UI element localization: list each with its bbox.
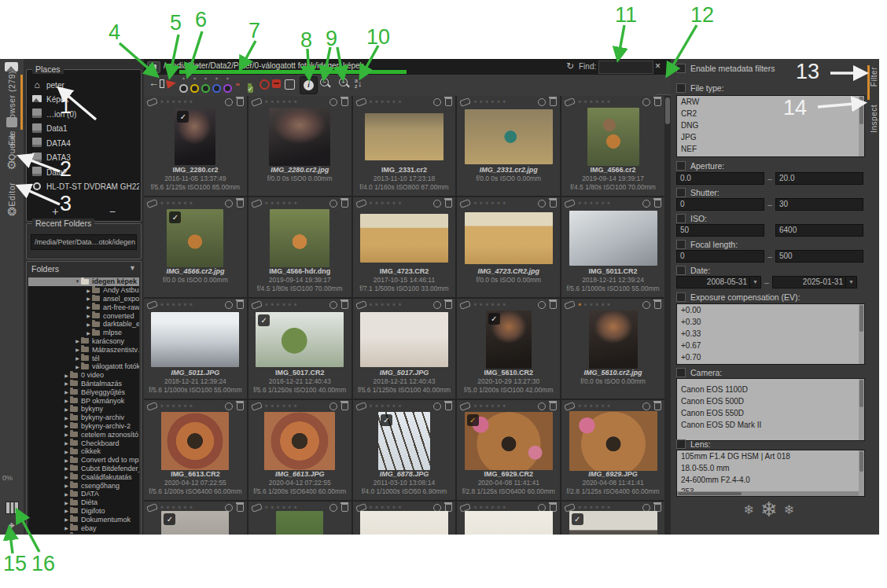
folder-tree-item[interactable]: ▶ ebay <box>28 524 139 532</box>
trash-icon[interactable] <box>654 200 661 208</box>
thumbnail-image[interactable] <box>365 113 444 160</box>
trash-icon[interactable] <box>341 301 348 309</box>
tree-expander-icon[interactable]: ▶ <box>63 458 70 463</box>
selected-check-icon[interactable]: ✓ <box>381 414 392 426</box>
label-purple-icon[interactable]: ✶ <box>223 76 233 96</box>
thumbnail-image[interactable]: ✓ <box>465 412 553 470</box>
thumbnail-image[interactable]: ✓ <box>256 312 344 367</box>
folder-tree-item[interactable]: ▶ Mátraszentistv… <box>28 345 139 354</box>
folder-tree-item[interactable]: ▶ bykyny-archiv-2 <box>28 422 139 431</box>
folder-tree-item[interactable]: ▶ Cubot Bitdefender_ <box>28 465 139 473</box>
thumbnail-cell[interactable]: ✶✶✶✶✶✶ ✓ <box>144 502 247 535</box>
link-icon[interactable] <box>459 199 471 208</box>
thumbnail-cell[interactable]: ✶✶✶✶✶✶ ✓ IMG_6929.CR22020-04-08 11:41:41… <box>457 400 560 500</box>
tree-expander-icon[interactable]: ▼ <box>74 279 81 284</box>
link-icon[interactable] <box>564 300 576 310</box>
thumbnail-image[interactable] <box>465 511 553 535</box>
rating-stars[interactable]: ✶✶✶✶✶✶ <box>577 200 612 208</box>
folder-tree-item[interactable]: ▶ Checkboard <box>28 439 139 447</box>
tree-expander-icon[interactable]: ▶ <box>63 415 70 421</box>
place-item[interactable]: Data1 <box>28 122 139 137</box>
tree-expander-icon[interactable]: ▶ <box>63 525 70 531</box>
rating-stars[interactable]: ✶✶✶✶✶✶ <box>264 301 299 309</box>
folder-tree-item[interactable]: ▼ idegen képek <box>28 277 139 286</box>
trash-icon[interactable] <box>237 402 244 410</box>
tree-expander-icon[interactable]: ▶ <box>63 432 70 437</box>
link-icon[interactable] <box>251 199 263 208</box>
lens-checkbox[interactable] <box>676 439 686 449</box>
thumbnail-image[interactable] <box>360 312 448 367</box>
rating-stars[interactable]: ✶✶✶✶✶✶ <box>473 402 507 410</box>
folder-tree-item[interactable]: ▶ bykyny <box>28 405 139 413</box>
mark-circle-icon[interactable] <box>225 98 233 106</box>
trash-icon[interactable] <box>550 402 557 410</box>
tree-expander-icon[interactable]: ▶ <box>63 440 70 446</box>
folder-tree-item[interactable]: ▶ Convert dvd to mp4 <box>28 456 139 465</box>
trash-icon[interactable] <box>341 98 348 106</box>
tree-expander-icon[interactable]: ▶ <box>63 474 70 480</box>
list-option[interactable]: Canon EOS 550D <box>677 407 864 419</box>
aperture-checkbox[interactable] <box>676 161 686 171</box>
link-icon[interactable] <box>564 97 576 107</box>
mark-circle-icon[interactable] <box>329 301 337 309</box>
thumbnail-cell[interactable]: ✶✶✶✶✶✶ IMG_5011.CR22018-12-21 12:39:24f/… <box>561 197 664 297</box>
folder-tree-item[interactable]: ▶ cetelem azonosító <box>28 430 139 439</box>
trash-icon[interactable] <box>550 200 557 208</box>
tree-expander-icon[interactable]: ▶ <box>63 380 70 386</box>
folder-tree-item[interactable]: ▶ L… <box>28 532 139 534</box>
list-option[interactable]: DNG <box>677 119 864 131</box>
thumbnail-image[interactable] <box>161 412 229 470</box>
recent-folders-combo[interactable]: /media/Peter/Data…otok/idegen képek ▼ <box>31 234 137 250</box>
link-icon[interactable] <box>459 300 471 310</box>
link-icon[interactable] <box>251 300 263 310</box>
rating-stars[interactable]: ✶✶✶✶✶✶ <box>369 98 403 106</box>
rating-stars[interactable]: ✶✶✶✶✶✶ <box>160 402 194 410</box>
thumbnail-image[interactable] <box>269 108 330 166</box>
thumbnail-image[interactable] <box>587 108 639 166</box>
flag-icon[interactable] <box>166 80 176 89</box>
mark-circle-icon[interactable] <box>538 200 546 208</box>
delete-icon[interactable] <box>272 79 281 88</box>
preview-icon[interactable] <box>285 79 295 90</box>
thumbnail-image[interactable]: ✓ <box>569 511 657 535</box>
selected-check-icon[interactable]: ✓ <box>488 313 500 325</box>
link-icon[interactable] <box>146 199 158 208</box>
link-icon[interactable] <box>251 503 263 513</box>
rating-stars[interactable]: ✶✶✶✶✶✶ <box>577 301 612 309</box>
folder-tree-item[interactable]: ▶ BP okmányok <box>28 396 139 405</box>
zoom-in-icon[interactable]: + <box>339 78 351 90</box>
tree-expander-icon[interactable]: ▶ <box>63 508 70 513</box>
place-item[interactable]: DATA3 <box>28 151 139 166</box>
link-icon[interactable] <box>355 300 367 310</box>
thumbnail-image[interactable]: ✓ <box>175 108 215 165</box>
grid-scrollbar[interactable] <box>664 96 671 535</box>
link-icon[interactable] <box>146 97 158 107</box>
thumbnail-cell[interactable]: ✶✶✶✶✶✶ IMG_6929.JPG2020-04-08 11:41:41f/… <box>561 400 664 500</box>
mark-circle-icon[interactable] <box>329 402 337 410</box>
back-icon[interactable]: ← <box>149 77 164 89</box>
list-option[interactable]: 18.0-55.0 mm <box>677 462 864 474</box>
tree-expander-icon[interactable]: ▶ <box>85 313 92 318</box>
ev-list[interactable]: +0.00+0.30+0.33+0.67+0.70 <box>676 303 865 365</box>
info-button[interactable]: i <box>300 76 318 94</box>
tab-filter[interactable]: Filter <box>870 67 878 86</box>
pixel-grid-icon[interactable] <box>6 502 19 514</box>
trash-icon[interactable] <box>654 98 661 106</box>
aperture-min-input[interactable]: 0.0 <box>676 172 764 185</box>
mark-circle-icon[interactable] <box>433 402 441 410</box>
folders-header[interactable]: Folders ▼ <box>31 264 136 274</box>
list-option[interactable]: +0.70 <box>677 351 864 363</box>
mark-circle-icon[interactable] <box>225 402 233 410</box>
trash-icon[interactable] <box>237 504 244 512</box>
thumbnail-image[interactable] <box>360 511 448 535</box>
tab-queue[interactable]: Queue <box>0 134 24 160</box>
list-option[interactable]: ARW <box>677 96 864 108</box>
tree-expander-icon[interactable]: ▶ <box>63 406 70 412</box>
trash-icon[interactable] <box>341 200 348 208</box>
shutter-max-input[interactable]: 30 <box>775 198 863 211</box>
list-option[interactable]: +0.30 <box>677 316 864 328</box>
link-icon[interactable] <box>251 402 263 411</box>
folder-tree-item[interactable]: ▶ DATA <box>28 490 139 498</box>
link-icon[interactable] <box>146 402 158 411</box>
file-type-list[interactable]: ARWCR2DNGJPGNEF <box>676 95 865 157</box>
